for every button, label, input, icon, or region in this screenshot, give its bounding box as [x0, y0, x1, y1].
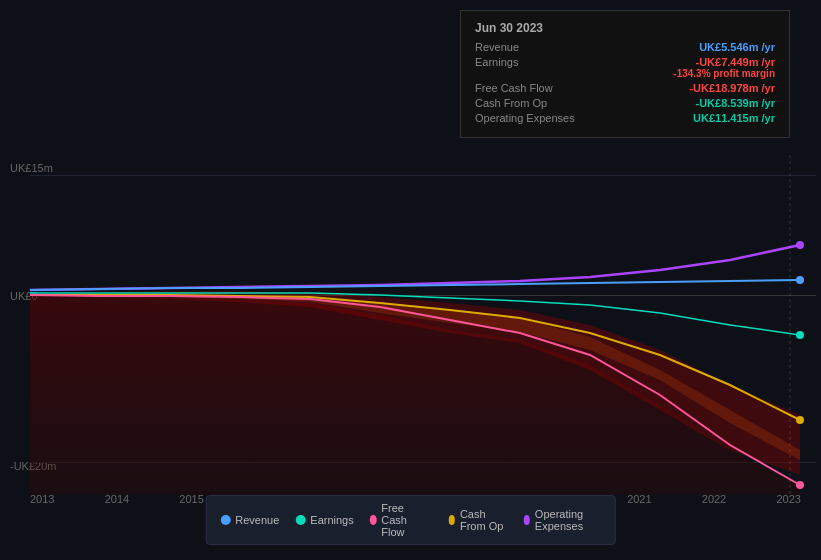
legend-dot-opex	[523, 515, 530, 525]
x-label-2023: 2023	[776, 493, 800, 505]
legend-label-revenue: Revenue	[235, 514, 279, 526]
tooltip-value-earnings: -UK£7.449m /yr	[696, 56, 776, 68]
x-label-2014: 2014	[105, 493, 129, 505]
tooltip-label-revenue: Revenue	[475, 41, 519, 53]
legend-item-cashop[interactable]: Cash From Op	[448, 508, 507, 532]
legend-label-earnings: Earnings	[310, 514, 353, 526]
tooltip-row-opex: Operating Expenses UK£11.415m /yr	[475, 112, 775, 124]
chart-svg	[0, 155, 821, 495]
svg-point-1	[796, 241, 804, 249]
tooltip-value-fcf: -UK£18.978m /yr	[689, 82, 775, 94]
x-label-2013: 2013	[30, 493, 54, 505]
tooltip-label-fcf: Free Cash Flow	[475, 82, 553, 94]
legend-dot-earnings	[295, 515, 305, 525]
svg-point-3	[796, 331, 804, 339]
legend-item-opex[interactable]: Operating Expenses	[523, 508, 601, 532]
x-label-2021: 2021	[627, 493, 651, 505]
chart-legend: Revenue Earnings Free Cash Flow Cash Fro…	[205, 495, 616, 545]
legend-label-cashop: Cash From Op	[460, 508, 507, 532]
legend-dot-cashop	[448, 515, 455, 525]
legend-item-revenue[interactable]: Revenue	[220, 514, 279, 526]
tooltip-date: Jun 30 2023	[475, 21, 775, 35]
svg-point-4	[796, 416, 804, 424]
tooltip-value-opex: UK£11.415m /yr	[693, 112, 775, 124]
tooltip-row-cashop: Cash From Op -UK£8.539m /yr	[475, 97, 775, 109]
legend-dot-revenue	[220, 515, 230, 525]
tooltip-row-earnings: Earnings -UK£7.449m /yr -134.3% profit m…	[475, 56, 775, 79]
tooltip-label-earnings: Earnings	[475, 56, 518, 79]
x-label-2022: 2022	[702, 493, 726, 505]
tooltip-value-cashop: -UK£8.539m /yr	[696, 97, 776, 109]
tooltip-box: Jun 30 2023 Revenue UK£5.546m /yr Earnin…	[460, 10, 790, 138]
tooltip-row-fcf: Free Cash Flow -UK£18.978m /yr	[475, 82, 775, 94]
legend-item-earnings[interactable]: Earnings	[295, 514, 353, 526]
legend-item-fcf[interactable]: Free Cash Flow	[370, 502, 433, 538]
legend-label-opex: Operating Expenses	[535, 508, 601, 532]
svg-point-5	[796, 481, 804, 489]
legend-label-fcf: Free Cash Flow	[381, 502, 432, 538]
tooltip-row-revenue: Revenue UK£5.546m /yr	[475, 41, 775, 53]
tooltip-label-cashop: Cash From Op	[475, 97, 547, 109]
legend-dot-fcf	[370, 515, 377, 525]
tooltip-label-opex: Operating Expenses	[475, 112, 575, 124]
tooltip-value-revenue: UK£5.546m /yr	[699, 41, 775, 53]
x-label-2015: 2015	[179, 493, 203, 505]
tooltip-value-profit-margin: -134.3% profit margin	[673, 68, 775, 79]
svg-point-2	[796, 276, 804, 284]
chart-container: Jun 30 2023 Revenue UK£5.546m /yr Earnin…	[0, 0, 821, 560]
